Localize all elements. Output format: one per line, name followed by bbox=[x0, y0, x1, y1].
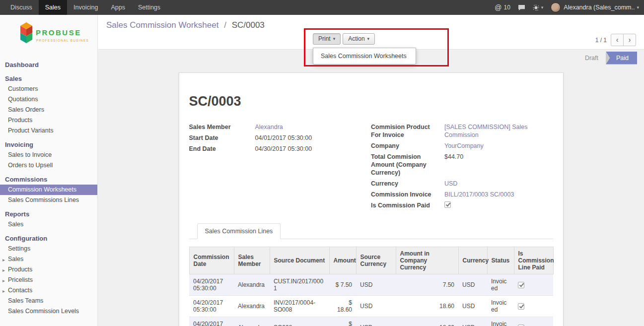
cell-line-paid bbox=[514, 296, 553, 317]
pager-text: 1 / 1 bbox=[595, 37, 607, 44]
sidebar-section-invoicing[interactable]: Invoicing bbox=[0, 139, 97, 150]
user-name: Alexandra (Sales_comm.. bbox=[564, 4, 635, 11]
sidebar-item-quotations[interactable]: Quotations bbox=[0, 94, 97, 105]
status-state-draft[interactable]: Draft bbox=[577, 55, 606, 62]
sidebar-item-sales-teams[interactable]: Sales Teams bbox=[0, 296, 97, 306]
sidebar-item-orders-to-upsell[interactable]: Orders to Upsell bbox=[0, 160, 97, 171]
field-total-commission-amount: Total Commision Amount (Company Currency… bbox=[371, 153, 553, 177]
cell-amount: $ 18.60 bbox=[329, 296, 356, 317]
pager-next-button[interactable]: › bbox=[623, 34, 636, 46]
col-header-source-document[interactable]: Source Document bbox=[270, 247, 329, 274]
col-header-amount[interactable]: Amount bbox=[329, 247, 356, 274]
topbar-right: @ 10 ▾ Alexandra (Sales_comm.. ▾ bbox=[487, 0, 644, 15]
sidebar-item-sales-commission-levels[interactable]: Sales Commission Levels bbox=[0, 306, 97, 317]
field-groups: Sales Member Alexandra Start Date 04/01/… bbox=[189, 123, 553, 212]
sidebar-item-sales-orders[interactable]: Sales Orders bbox=[0, 105, 97, 115]
debug-menu[interactable]: ▾ bbox=[533, 4, 544, 11]
total-commission-amount-value: $44.70 bbox=[444, 153, 463, 177]
menu-apps[interactable]: Apps bbox=[104, 0, 132, 15]
cell-amount-company: 18.60 bbox=[396, 317, 458, 326]
tab-sales-commission-lines[interactable]: Sales Commission Lines bbox=[197, 223, 281, 239]
cell-amount: $ 18.60 bbox=[329, 317, 356, 326]
sidebar-section-reports[interactable]: Reports bbox=[0, 209, 97, 219]
sidebar-item-customers[interactable]: Customers bbox=[0, 84, 97, 94]
breadcrumb-parent[interactable]: Sales Commission Worksheet bbox=[106, 20, 218, 30]
cell-status: Invoiced bbox=[487, 296, 514, 317]
company-link[interactable]: YourCompany bbox=[444, 142, 484, 150]
record-title: SC/0003 bbox=[189, 94, 553, 109]
mention-count: 10 bbox=[503, 4, 510, 11]
line-paid-checkbox bbox=[518, 282, 524, 288]
sidebar-item-contacts[interactable]: Contacts bbox=[0, 285, 97, 296]
status-state-paid[interactable]: Paid bbox=[606, 52, 637, 65]
commission-product-link[interactable]: [SALES COMMISSION] Sales Commission bbox=[444, 123, 531, 139]
sidebar-item-product-variants[interactable]: Product Variants bbox=[0, 126, 97, 136]
menu-sales[interactable]: Sales bbox=[39, 0, 67, 15]
breadcrumb: Sales Commission Worksheet / SC/0003 bbox=[106, 20, 265, 30]
company-logo: PROBUSE PROFESSIONAL BUSINESS bbox=[0, 15, 97, 56]
mentions-button[interactable]: @ 10 bbox=[495, 3, 510, 11]
cell-source-currency: USD bbox=[356, 296, 396, 317]
user-menu[interactable]: Alexandra (Sales_comm.. ▾ bbox=[551, 2, 639, 12]
menu-invoicing[interactable]: Invoicing bbox=[67, 0, 104, 15]
col-header-currency[interactable]: Currency bbox=[458, 247, 487, 274]
col-header-line-paid[interactable]: Is Commission Line Paid bbox=[514, 247, 553, 274]
field-label: Sales Member bbox=[189, 123, 255, 131]
cell-source: CUST.IN/2017/0001 bbox=[270, 274, 329, 296]
sidebar-item-settings[interactable]: Settings bbox=[0, 244, 97, 254]
table-row[interactable]: 04/20/2017 10:35:53 Alexandra SO008 $ 18… bbox=[189, 317, 553, 326]
pager-previous-button[interactable]: ‹ bbox=[611, 34, 624, 46]
commission-lines-table: Commission Date Sales Member Source Docu… bbox=[189, 247, 554, 326]
col-header-amount-company[interactable]: Amount in Company Currency bbox=[396, 247, 458, 274]
sidebar-item-reports-sales[interactable]: Sales bbox=[0, 219, 97, 230]
sidebar-item-config-products[interactable]: Products bbox=[0, 264, 97, 275]
col-header-status[interactable]: Status bbox=[487, 247, 514, 274]
field-group-right: Commision Product For Invoice [SALES COM… bbox=[371, 123, 553, 212]
menu-settings[interactable]: Settings bbox=[132, 0, 167, 15]
sidebar-item-pricelists[interactable]: Pricelists bbox=[0, 275, 97, 285]
sidebar-item-config-sales[interactable]: Sales bbox=[0, 254, 97, 264]
col-header-sales-member[interactable]: Sales Member bbox=[234, 247, 270, 274]
cell-date: 04/20/2017 05:30:00 bbox=[189, 274, 234, 296]
col-header-source-currency[interactable]: Source Currency bbox=[356, 247, 396, 274]
line-paid-checkbox bbox=[518, 303, 524, 310]
sidebar-item-sales-to-invoice[interactable]: Sales to Invoice bbox=[0, 150, 97, 160]
action-button[interactable]: Action ▾ bbox=[343, 33, 375, 45]
section-invoicing: Invoicing Sales to Invoice Orders to Ups… bbox=[0, 139, 97, 171]
print-button-label: Print bbox=[318, 35, 331, 42]
print-button[interactable]: Print ▾ bbox=[313, 33, 341, 45]
logo-subtitle: PROFESSIONAL BUSINESS bbox=[36, 39, 89, 42]
cell-member: Alexandra bbox=[234, 296, 270, 317]
table-row[interactable]: 04/20/2017 05:30:00 Alexandra CUST.IN/20… bbox=[189, 274, 553, 296]
commission-invoice-link[interactable]: BILL/2017/0003 SC/0003 bbox=[444, 191, 514, 198]
cell-date: 04/20/2017 10:35:53 bbox=[189, 317, 234, 326]
sidebar-item-dashboard[interactable]: Dashboard bbox=[0, 60, 97, 70]
sidebar-section-sales[interactable]: Sales bbox=[0, 73, 97, 84]
is-commission-paid-checkbox bbox=[444, 201, 451, 208]
col-header-commission-date[interactable]: Commission Date bbox=[189, 247, 234, 274]
cell-amount-company: 7.50 bbox=[396, 274, 458, 296]
cell-source: SO008 bbox=[270, 317, 329, 326]
cell-source-currency: USD bbox=[356, 274, 396, 296]
sidebar-section-commissions[interactable]: Commissions bbox=[0, 174, 97, 185]
sidebar-section-configuration[interactable]: Configuration bbox=[0, 233, 97, 244]
sidebar-item-commission-worksheets[interactable]: Commission Worksheets bbox=[0, 185, 97, 195]
control-panel: Sales Commission Worksheet / SC/0003 Pri… bbox=[98, 15, 644, 50]
currency-link[interactable]: USD bbox=[444, 180, 457, 188]
section-commissions: Commissions Commission Worksheets Sales … bbox=[0, 174, 97, 205]
table-row[interactable]: 04/20/2017 05:30:00 Alexandra INV/2017/0… bbox=[189, 296, 553, 317]
status-arrow-icon bbox=[606, 52, 610, 65]
field-currency: Currency USD bbox=[371, 180, 553, 188]
avatar bbox=[551, 2, 561, 12]
gear-icon bbox=[533, 4, 539, 11]
sales-member-link[interactable]: Alexandra bbox=[255, 123, 283, 131]
field-end-date: End Date 04/30/2017 05:30:00 bbox=[189, 145, 371, 153]
sidebar-item-products[interactable]: Products bbox=[0, 115, 97, 126]
dropdown-item-sales-commission-worksheets[interactable]: Sales Commission Worksheets bbox=[313, 50, 416, 63]
messages-icon[interactable] bbox=[518, 4, 525, 11]
pager: 1 / 1 ‹ › bbox=[595, 34, 636, 46]
menu-discuss[interactable]: Discuss bbox=[4, 0, 39, 15]
cell-amount: $ 7.50 bbox=[329, 274, 356, 296]
field-company: Company YourCompany bbox=[371, 142, 553, 150]
sidebar-item-sales-commissions-lines[interactable]: Sales Commissions Lines bbox=[0, 195, 97, 205]
